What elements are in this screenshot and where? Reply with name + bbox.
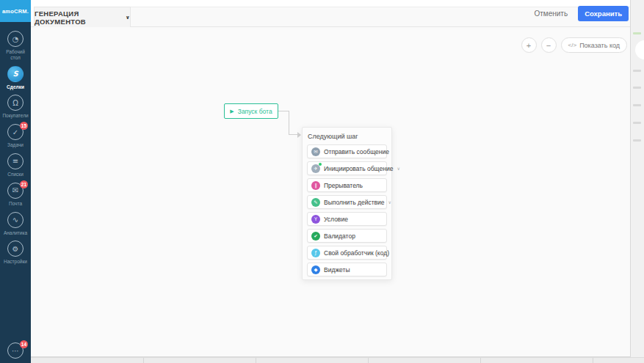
chat-badge: 14 [20,340,28,348]
plus-dot-icon [319,163,322,166]
sidebar-item-label: Аналитика [4,230,27,236]
initiate-chat-icon: ✈ [311,164,320,173]
menu-item-label: Выполнить действие [324,199,385,206]
salesbot-editor-modal: ГЕНЕРАЦИЯ ДОКУМЕНТОВ ∨ Отменить Сохранит… [31,0,630,357]
menu-item-label: Инициировать общение [324,165,393,172]
chevron-down-icon: ∨ [388,199,391,205]
code-icon: </> [568,42,577,48]
sidebar-item-dashboard[interactable]: ◔ Рабочий стол [0,31,31,61]
menu-item-send-message[interactable]: ✉ Отправить сообщение [307,144,387,158]
menu-item-label: Валидатор [324,232,355,240]
lists-icon: ≡ [7,153,23,169]
sidebar-item-customers[interactable]: Ω Покупатели [0,95,31,119]
menu-item-custom-handler[interactable]: ƒ Свой обработчик (код) [307,246,387,260]
next-step-title: Следующий шаг [307,131,387,144]
sidebar-item-label: Рабочий стол [1,49,30,61]
kanban-column-separator [368,358,369,363]
show-code-label: Показать код [579,42,620,49]
background-page-sliver [630,0,644,357]
analytics-icon: ∿ [7,212,23,228]
widgets-icon: ◆ [311,265,320,274]
menu-item-label: Виджеты [324,266,350,274]
deals-icon: S [7,66,23,82]
background-kanban-strip [31,357,644,363]
menu-item-label: Свой обработчик (код) [324,249,389,257]
menu-item-interrupter[interactable]: ‖ Прерыватель [307,178,387,192]
menu-item-condition[interactable]: Y Условие [307,212,387,226]
sidebar-item-label: Списки [7,172,23,177]
zoom-in-button[interactable]: + [521,37,537,53]
save-button[interactable]: Сохранить [578,6,629,21]
bot-name-label: ГЕНЕРАЦИЯ ДОКУМЕНТОВ [35,10,123,26]
sidebar-item-lists[interactable]: ≡ Списки [0,153,31,177]
sidebar-nav: ◔ Рабочий стол S Сделки Ω Покупатели ✓ 1… [0,22,31,270]
mail-icon: ✉ 21 [7,183,23,199]
sidebar-item-deals[interactable]: S Сделки [0,66,31,90]
sidebar-item-label: Покупатели [2,113,28,119]
play-icon: ▶ [230,109,234,114]
topbar-actions: Отменить Сохранить [534,0,629,27]
menu-item-label: Отправить сообщение [324,148,389,155]
menu-item-initiate-chat[interactable]: ✈ Инициировать общение ∨ [307,161,387,175]
chat-icon: ⋯ 14 [7,342,23,359]
perform-action-icon: ✎ [311,198,320,207]
amocrm-logo[interactable]: amoCRM. [0,0,31,22]
bot-start-node[interactable]: ▶ Запуск бота [224,103,278,119]
kanban-column-separator [593,358,593,363]
menu-item-label: Прерыватель [324,182,363,189]
start-node-label: Запуск бота [238,108,272,115]
next-step-menu: Следующий шаг ✉ Отправить сообщение ✈ Ин… [302,127,392,280]
connector-arrow-icon [297,132,301,138]
bot-canvas[interactable]: + − </> Показать код ▶ Запуск бота Следу… [31,27,630,356]
tasks-badge: 15 [20,122,28,130]
editor-topbar: ГЕНЕРАЦИЯ ДОКУМЕНТОВ ∨ Отменить Сохранит… [31,0,630,27]
tasks-icon: ✓ 15 [7,124,23,140]
interrupter-icon: ‖ [311,181,320,190]
sidebar-item-label: Сделки [7,84,24,90]
chevron-down-icon: ∨ [126,15,130,21]
sidebar-item-label: Задачи [7,142,23,148]
sidebar-item-support-chat[interactable]: ⋯ 14 [0,342,31,359]
sidebar: amoCRM. ◔ Рабочий стол S Сделки Ω Покупа… [0,0,31,363]
kanban-column-separator [143,358,144,363]
chevron-down-icon: ∨ [397,166,399,171]
sidebar-item-analytics[interactable]: ∿ Аналитика [0,212,31,236]
condition-icon: Y [311,215,320,224]
customers-icon: Ω [7,95,23,111]
connector-line [289,111,289,135]
menu-item-widgets[interactable]: ◆ Виджеты [307,263,387,276]
sidebar-item-label: Настройки [4,259,27,265]
validator-icon: ✔ [311,232,320,241]
dashboard-icon: ◔ [7,31,23,47]
sidebar-item-tasks[interactable]: ✓ 15 Задачи [0,124,31,148]
mail-badge: 21 [20,180,28,188]
show-code-button[interactable]: </> Показать код [561,37,627,53]
zoom-out-button[interactable]: − [541,37,557,53]
custom-handler-icon: ƒ [311,249,320,257]
kanban-column-separator [480,358,481,363]
menu-item-perform-action[interactable]: ✎ Выполнить действие ∨ [307,195,387,209]
kanban-column-separator [256,358,256,363]
connector-line [278,111,289,111]
sidebar-item-mail[interactable]: ✉ 21 Почта [0,183,31,207]
sidebar-item-label: Почта [9,201,22,207]
menu-item-label: Условие [324,216,348,223]
bot-name-tab[interactable]: ГЕНЕРАЦИЯ ДОКУМЕНТОВ ∨ [34,7,131,27]
canvas-controls: + − </> Показать код [521,37,627,53]
settings-icon: ⚙ [7,241,23,257]
cancel-button[interactable]: Отменить [534,10,568,18]
menu-item-validator[interactable]: ✔ Валидатор [307,229,387,243]
sidebar-item-settings[interactable]: ⚙ Настройки [0,241,31,265]
send-message-icon: ✉ [311,147,320,156]
